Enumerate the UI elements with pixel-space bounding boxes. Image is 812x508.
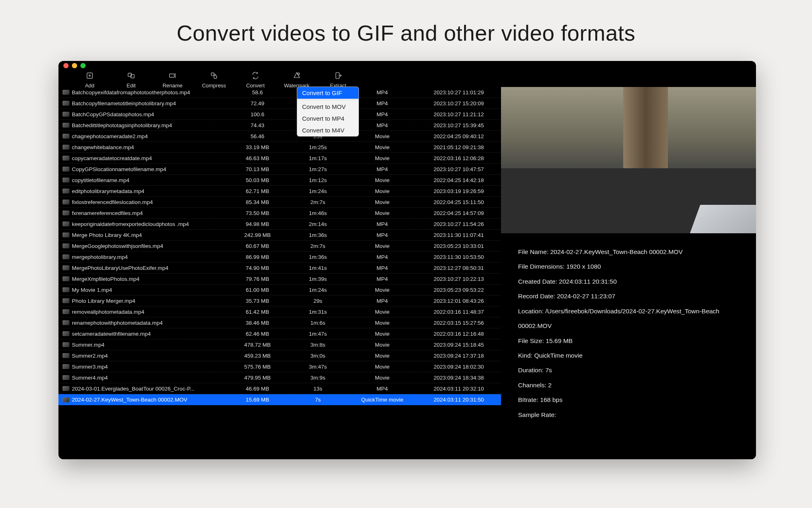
- file-name-cell: Summer.mp4: [72, 342, 227, 348]
- file-size-cell: 100.6: [227, 111, 288, 117]
- file-date-cell: 2023:11:30 10:53:50: [417, 254, 501, 260]
- dropdown-item[interactable]: Convert to MP4: [297, 113, 358, 124]
- file-thumb-icon: [63, 397, 69, 402]
- page-heading: Convert videos to GIF and other video fo…: [0, 0, 812, 58]
- file-duration-cell: 3m:47s: [288, 364, 348, 370]
- compress-icon: [210, 72, 218, 81]
- file-row[interactable]: MergePhotoLibraryUsePhotoExifer.mp474.90…: [58, 263, 501, 274]
- file-duration-cell: 7s: [288, 397, 348, 403]
- video-preview[interactable]: [501, 87, 756, 233]
- detail-dimensions: File Dimensions: 1920 x 1080: [518, 259, 739, 274]
- detail-size: File Size: 15.69 MB: [518, 334, 739, 348]
- add-button[interactable]: Add: [69, 70, 110, 89]
- file-row[interactable]: fxrenamereferencedfiles.mp473.50 MB1m:46…: [58, 208, 501, 219]
- file-kind-cell: MP4: [348, 166, 417, 172]
- file-row[interactable]: MergeXmpfiletoPhotos.mp479.76 MB1m:39sMP…: [58, 274, 501, 284]
- file-date-cell: 2023:05:23 10:33:01: [417, 243, 501, 249]
- compress-button[interactable]: Compress: [193, 70, 235, 89]
- file-row[interactable]: removeallphotometadata.mp461.42 MB1m:31s…: [58, 306, 501, 317]
- file-thumb-icon: [63, 221, 69, 226]
- dropdown-item[interactable]: Convert to GIF: [297, 87, 358, 99]
- file-row[interactable]: CopyGPSlocationnametofilename.mp470.13 M…: [58, 164, 501, 175]
- close-window-button[interactable]: [63, 63, 69, 68]
- watermark-icon: [293, 72, 301, 81]
- file-duration-cell: 1m:36s: [288, 254, 348, 260]
- file-date-cell: 2023:10:27 10:47:57: [417, 166, 501, 172]
- file-thumb-icon: [63, 145, 69, 150]
- detail-kind: Kind: QuickTime movie: [518, 348, 739, 363]
- file-row[interactable]: Merge Photo Library 4K.mp4242.99 MB1m:36…: [58, 230, 501, 241]
- file-date-cell: 2023:10:27 10:22:13: [417, 276, 501, 282]
- file-thumb-icon: [63, 386, 69, 391]
- file-row[interactable]: editphotolibrarymetadata.mp462.71 MB1m:2…: [58, 186, 501, 197]
- file-list[interactable]: Batchcopyexifdatafromaphototootherphotos…: [58, 87, 501, 459]
- svg-rect-10: [336, 73, 339, 79]
- file-kind-cell: MP4: [348, 276, 417, 282]
- file-date-cell: 2023:09:24 17:37:18: [417, 353, 501, 359]
- file-row[interactable]: 2024-02-27.KeyWest_Town-Beach 00002.MOV1…: [58, 394, 501, 405]
- file-duration-cell: 1m:36s: [288, 232, 348, 238]
- file-row[interactable]: Summer.mp4478.72 MB3m:8sMovie2023:09:24 …: [58, 339, 501, 350]
- file-row[interactable]: setcameradatewithfilename.mp462.46 MB1m:…: [58, 328, 501, 339]
- convert-dropdown[interactable]: Convert to GIFConvert to MOVConvert to M…: [297, 87, 359, 137]
- svg-rect-8: [214, 76, 217, 78]
- minimize-window-button[interactable]: [72, 63, 77, 68]
- file-row[interactable]: fixlostreferencedfileslocation.mp485.34 …: [58, 197, 501, 208]
- file-thumb-icon: [63, 112, 69, 117]
- file-date-cell: 2023:09:24 18:02:30: [417, 364, 501, 370]
- file-date-cell: 2023:05:23 09:53:22: [417, 287, 501, 293]
- file-row[interactable]: Batchedittitlephototagsinphotolibrary.mp…: [58, 120, 501, 131]
- file-date-cell: 2022:04:25 15:11:50: [417, 199, 501, 205]
- file-row[interactable]: Photo Library Merger.mp435.73 MB29sMP420…: [58, 295, 501, 306]
- file-kind-cell: Movie: [348, 320, 417, 326]
- file-thumb-icon: [63, 331, 69, 336]
- file-date-cell: 2023:12:27 08:50:31: [417, 265, 501, 271]
- extract-button[interactable]: Extract: [317, 70, 359, 89]
- maximize-window-button[interactable]: [80, 63, 86, 68]
- file-name-cell: BatchCopyGPSdatatophotos.mp4: [72, 111, 227, 117]
- file-row[interactable]: renamephotowithphotometadata.mp438.46 MB…: [58, 317, 501, 328]
- rename-button[interactable]: Rename: [152, 70, 193, 89]
- file-duration-cell: 13s: [288, 386, 348, 392]
- file-row[interactable]: mergephotolibrary.mp486.99 MB1m:36sMP420…: [58, 252, 501, 263]
- file-row[interactable]: chagnephotocameradate2.mp456.4623sMovie2…: [58, 131, 501, 142]
- file-duration-cell: 1m:17s: [288, 155, 348, 161]
- file-row[interactable]: MergeGooglephotoswithjsonfiles.mp460.67 …: [58, 241, 501, 252]
- file-thumb-icon: [63, 309, 69, 314]
- file-date-cell: 2023:10:27 15:39:45: [417, 122, 501, 128]
- file-row[interactable]: keeporiginaldatefromexportedicloudphotos…: [58, 219, 501, 230]
- file-date-cell: 2021:05:12 09:21:38: [417, 144, 501, 150]
- file-size-cell: 60.67 MB: [227, 243, 288, 249]
- file-kind-cell: MP4: [348, 232, 417, 238]
- file-duration-cell: 1m:41s: [288, 265, 348, 271]
- file-row[interactable]: copytitletofilename.mp450.03 MB1m:12sMov…: [58, 175, 501, 186]
- file-row[interactable]: copycameradatetocreatdate.mp446.63 MB1m:…: [58, 153, 501, 164]
- file-row[interactable]: Batchcopyexifdatafromaphototootherphotos…: [58, 87, 501, 98]
- file-row[interactable]: Summer2.mp4459.23 MB3m:0sMovie2023:09:24…: [58, 350, 501, 361]
- file-name-cell: CopyGPSlocationnametofilename.mp4: [72, 166, 227, 172]
- file-size-cell: 62.71 MB: [227, 188, 288, 194]
- watermark-button[interactable]: Watermark: [276, 70, 317, 89]
- file-row[interactable]: BatchCopyGPSdatatophotos.mp4100.623sMP42…: [58, 109, 501, 120]
- file-row[interactable]: Summer3.mp4575.76 MB3m:47sMovie2023:09:2…: [58, 361, 501, 372]
- convert-button[interactable]: Convert: [235, 70, 276, 89]
- file-size-cell: 50.03 MB: [227, 177, 288, 183]
- edit-button[interactable]: Edit: [110, 70, 152, 89]
- file-thumb-icon: [63, 287, 69, 292]
- file-row[interactable]: My Movie 1.mp461.00 MB1m:24sMovie2023:05…: [58, 284, 501, 295]
- dropdown-item[interactable]: Convert to M4V: [297, 124, 358, 136]
- file-duration-cell: 2m:7s: [288, 199, 348, 205]
- dropdown-item[interactable]: Convert to MOV: [297, 101, 358, 113]
- file-name-cell: keeporiginaldatefromexportedicloudphotos…: [72, 221, 227, 227]
- file-duration-cell: 1m:24s: [288, 188, 348, 194]
- file-size-cell: 478.72 MB: [227, 342, 288, 348]
- file-row[interactable]: changewhitebalance.mp433.19 MB1m:25sMovi…: [58, 142, 501, 153]
- file-date-cell: 2023:03:19 19:26:59: [417, 188, 501, 194]
- extract-icon: [334, 72, 342, 81]
- file-row[interactable]: 2024-03-01.Everglades_BoatTour 00026_Cro…: [58, 383, 501, 394]
- file-row[interactable]: Batchcopyfilenametotitleinphotolibrary.m…: [58, 98, 501, 109]
- file-date-cell: 2023:12:01 08:43:26: [417, 298, 501, 304]
- file-row[interactable]: Summer4.mp4479.95 MB3m:9sMovie2023:09:24…: [58, 372, 501, 383]
- file-duration-cell: 3m:8s: [288, 342, 348, 348]
- file-kind-cell: Movie: [348, 375, 417, 381]
